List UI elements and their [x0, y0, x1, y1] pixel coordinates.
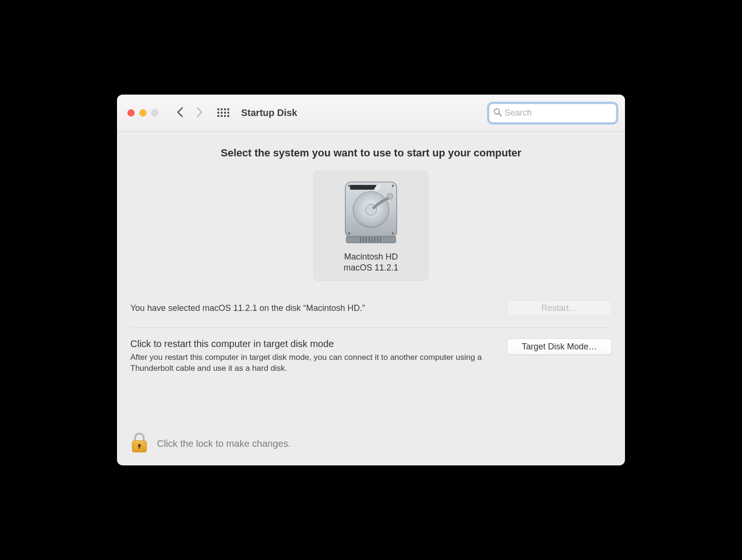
svg-point-12	[494, 109, 499, 114]
svg-point-21	[392, 185, 394, 187]
zoom-window-button	[151, 109, 158, 116]
show-all-button[interactable]	[217, 108, 230, 118]
svg-rect-5	[221, 112, 223, 114]
tdm-description: After you restart this computer in targe…	[130, 352, 498, 374]
search-field[interactable]	[489, 104, 616, 123]
window-controls	[127, 109, 158, 116]
target-disk-mode-section: Click to restart this computer in target…	[130, 338, 612, 374]
svg-rect-7	[227, 112, 229, 114]
svg-line-13	[499, 114, 501, 116]
prefs-window: Startup Disk Select the system you want …	[117, 95, 625, 465]
svg-rect-6	[224, 112, 226, 114]
startup-disk-item[interactable]: Macintosh HD macOS 11.2.1	[313, 171, 429, 281]
svg-rect-24	[346, 236, 396, 243]
svg-rect-1	[221, 108, 223, 110]
svg-rect-2	[224, 108, 226, 110]
svg-rect-9	[221, 115, 223, 117]
back-button[interactable]	[176, 107, 183, 119]
status-row: You have selected macOS 11.2.1 on the di…	[130, 300, 612, 316]
lock-row: Click the lock to make changes.	[130, 419, 612, 457]
svg-point-23	[392, 232, 394, 235]
svg-point-19	[387, 193, 393, 199]
svg-point-20	[348, 185, 351, 187]
lock-icon[interactable]	[130, 432, 148, 455]
lock-label: Click the lock to make changes.	[157, 438, 291, 449]
svg-rect-11	[227, 115, 229, 117]
close-window-button[interactable]	[127, 109, 135, 116]
tdm-text: Click to restart this computer in target…	[130, 338, 498, 374]
restart-button: Restart…	[507, 300, 612, 316]
svg-rect-38	[139, 445, 140, 449]
hard-disk-icon	[340, 177, 402, 248]
toolbar: Startup Disk	[117, 95, 625, 132]
nav-buttons	[176, 107, 203, 119]
svg-rect-4	[217, 112, 219, 114]
tdm-title: Click to restart this computer in target…	[130, 338, 498, 349]
svg-rect-3	[227, 108, 229, 110]
disk-name: Macintosh HD	[344, 252, 398, 262]
search-input[interactable]	[505, 108, 615, 118]
disk-os: macOS 11.2.1	[343, 263, 398, 273]
svg-rect-8	[217, 115, 219, 117]
svg-rect-10	[224, 115, 226, 117]
heading: Select the system you want to use to sta…	[130, 147, 612, 159]
search-icon	[493, 108, 502, 118]
content-area: Select the system you want to use to sta…	[117, 132, 625, 465]
svg-rect-0	[217, 108, 219, 110]
pane-title: Startup Disk	[241, 107, 297, 118]
forward-button	[196, 107, 203, 119]
selection-status: You have selected macOS 11.2.1 on the di…	[130, 303, 365, 313]
minimize-window-button[interactable]	[139, 109, 146, 116]
divider	[130, 328, 612, 328]
target-disk-mode-button[interactable]: Target Disk Mode…	[507, 338, 612, 355]
disk-list: Macintosh HD macOS 11.2.1	[130, 171, 612, 281]
svg-point-22	[348, 232, 351, 235]
